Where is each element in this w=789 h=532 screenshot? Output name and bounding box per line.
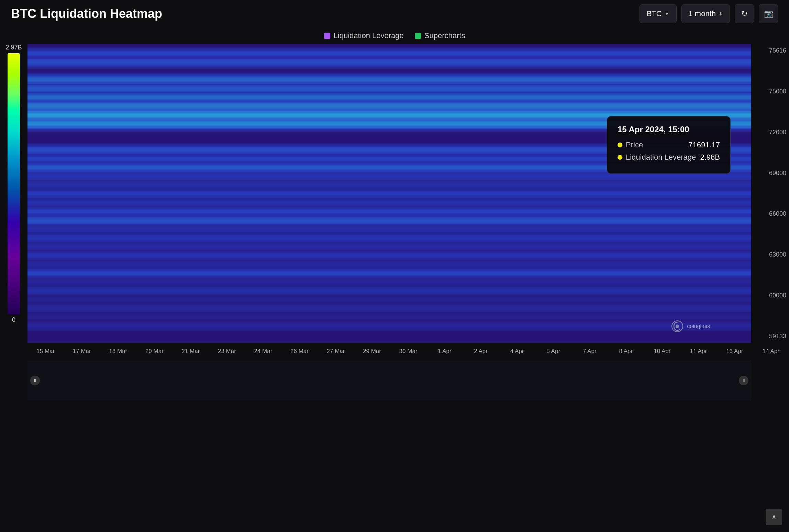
coinglass-icon — [671, 320, 684, 332]
time-label: 18 Mar — [100, 348, 136, 355]
tooltip-value-lev: 2.98B — [700, 153, 720, 162]
time-label: 8 Apr — [608, 348, 644, 355]
time-label: 15 Mar — [27, 348, 64, 355]
time-label: 10 Apr — [644, 348, 680, 355]
tooltip-row-lev: Liquidation Leverage 2.98B — [618, 153, 720, 162]
time-label: 1 Apr — [426, 348, 463, 355]
legend-dot-supercharts — [415, 33, 421, 39]
price-label-6: 60000 — [754, 292, 786, 298]
minimap-pause-left-button[interactable]: ⏸ — [30, 376, 40, 385]
color-scale: 2.97B 0 — [0, 44, 27, 343]
time-label: 14 Apr — [753, 348, 789, 355]
chart-wrapper: 2.97B 0 15 Apr 2024, 15:00 Price 71691.1… — [0, 44, 789, 343]
time-label: 11 Apr — [680, 348, 717, 355]
tooltip: 15 Apr 2024, 15:00 Price 71691.17 Liquid… — [607, 116, 731, 174]
asset-select[interactable]: BTC ▼ — [640, 4, 677, 23]
timeframe-chevron-icon: ⬍ — [719, 11, 723, 16]
tooltip-value-price: 71691.17 — [688, 140, 720, 149]
price-label-1: 75000 — [754, 88, 786, 94]
time-axis: 15 Mar17 Mar18 Mar20 Mar21 Mar23 Mar24 M… — [0, 343, 789, 360]
time-label: 30 Mar — [390, 348, 426, 355]
minimap-wrapper: ⏸ ⏸ — [0, 360, 789, 401]
price-axis: 75616 75000 72000 69000 66000 63000 6000… — [751, 44, 789, 343]
legend-bar: Liquidation Leverage Supercharts — [0, 27, 789, 44]
time-label: 23 Mar — [209, 348, 245, 355]
time-label: 4 Apr — [499, 348, 535, 355]
time-label: 29 Mar — [354, 348, 390, 355]
time-label: 20 Mar — [136, 348, 173, 355]
scroll-up-button[interactable]: ∧ — [766, 509, 782, 525]
pause-left-icon: ⏸ — [33, 378, 37, 383]
time-label: 21 Mar — [173, 348, 209, 355]
tooltip-row-price: Price 71691.17 — [618, 140, 720, 149]
page-title: BTC Liquidation Heatmap — [11, 7, 162, 21]
time-label: 5 Apr — [535, 348, 571, 355]
tooltip-label-lev: Liquidation Leverage — [618, 153, 696, 162]
coinglass-text: coinglass — [687, 323, 710, 329]
time-label: 27 Mar — [318, 348, 354, 355]
price-label-0: 75616 — [754, 47, 786, 54]
time-label: 7 Apr — [571, 348, 608, 355]
legend-label-liquidation: Liquidation Leverage — [334, 31, 404, 40]
svg-point-1 — [676, 325, 679, 328]
pause-right-icon: ⏸ — [742, 378, 746, 383]
time-label: 24 Mar — [245, 348, 281, 355]
legend-label-supercharts: Supercharts — [424, 31, 465, 40]
refresh-icon: ↻ — [741, 9, 747, 18]
price-label-7: 59133 — [754, 333, 786, 339]
timeframe-value: 1 month — [689, 9, 716, 18]
tooltip-dot-lev — [618, 155, 622, 160]
asset-value: BTC — [647, 9, 662, 18]
coinglass-logo: coinglass — [671, 320, 710, 332]
header: BTC Liquidation Heatmap BTC ▼ 1 month ⬍ … — [0, 0, 789, 27]
time-label: 26 Mar — [281, 348, 318, 355]
legend-item-liquidation: Liquidation Leverage — [324, 31, 404, 40]
camera-icon: 📷 — [764, 9, 773, 18]
time-label: 13 Apr — [716, 348, 753, 355]
price-label-3: 69000 — [754, 170, 786, 176]
asset-chevron-icon: ▼ — [665, 11, 669, 16]
price-label-4: 66000 — [754, 211, 786, 217]
scale-top-label: 2.97B — [5, 44, 22, 51]
minimap-pause-right-button[interactable]: ⏸ — [739, 376, 748, 385]
price-label-5: 63000 — [754, 251, 786, 258]
tooltip-label-text-price: Price — [626, 140, 643, 149]
legend-item-supercharts: Supercharts — [415, 31, 465, 40]
legend-dot-liquidation — [324, 33, 330, 39]
scroll-up-icon: ∧ — [771, 513, 777, 521]
minimap[interactable]: ⏸ ⏸ — [27, 360, 751, 401]
header-controls: BTC ▼ 1 month ⬍ ↻ 📷 — [640, 4, 778, 23]
scale-bottom-label: 0 — [12, 316, 15, 324]
time-label: 17 Mar — [64, 348, 100, 355]
screenshot-button[interactable]: 📷 — [759, 4, 778, 23]
tooltip-date: 15 Apr 2024, 15:00 — [618, 125, 720, 134]
timeframe-select[interactable]: 1 month ⬍ — [681, 4, 730, 23]
scale-gradient — [8, 53, 20, 314]
tooltip-label-text-lev: Liquidation Leverage — [626, 153, 696, 162]
tooltip-dot-price — [618, 143, 622, 147]
refresh-button[interactable]: ↻ — [735, 4, 754, 23]
time-label: 2 Apr — [463, 348, 499, 355]
price-label-2: 72000 — [754, 129, 786, 135]
chart-area[interactable]: 15 Apr 2024, 15:00 Price 71691.17 Liquid… — [27, 44, 751, 343]
tooltip-label-price: Price — [618, 140, 643, 149]
